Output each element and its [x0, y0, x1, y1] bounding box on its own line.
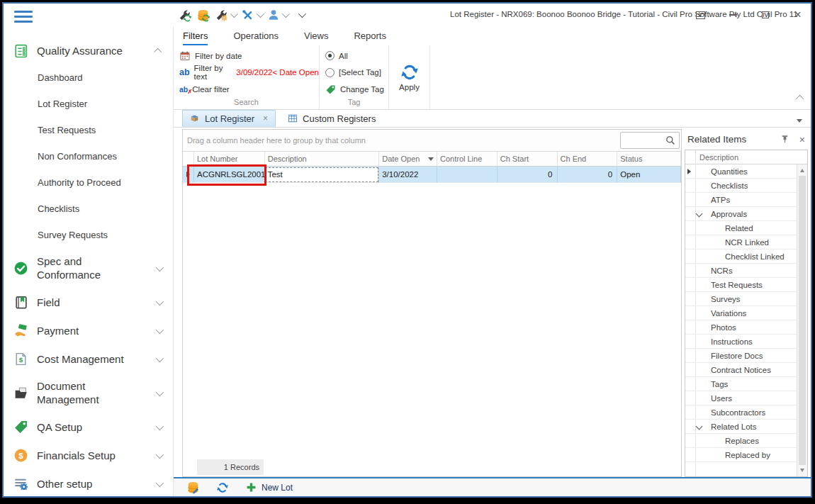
sidebar-item-dashboard[interactable]: Dashboard — [4, 65, 173, 91]
tree-item-test-requests[interactable]: Test Requests — [685, 278, 807, 292]
tree-item-variations[interactable]: Variations — [685, 306, 807, 320]
customize-toolbar-icon[interactable] — [298, 12, 304, 18]
tools-icon[interactable] — [241, 9, 262, 22]
dollar-circle-icon — [12, 447, 29, 463]
group-by-panel[interactable]: Drag a column header here to group by th… — [183, 130, 681, 152]
sidebar-section-document-management[interactable]: Document Management — [4, 373, 173, 413]
grid-search-input[interactable] — [620, 132, 680, 149]
sidebar-item-authority-to-proceed[interactable]: Authority to Proceed — [4, 169, 173, 196]
status-bar: New Lot — [174, 477, 811, 496]
tree-item-replaced-by[interactable]: Replaced by — [685, 448, 807, 462]
tree-item-tags[interactable]: Tags — [685, 377, 807, 391]
tree-item-filestore-docs[interactable]: Filestore Docs — [685, 349, 807, 363]
ribbon-tab-operations[interactable]: Operations — [233, 30, 279, 45]
panel-close-icon[interactable]: × — [799, 134, 805, 145]
tab-lot-register[interactable]: Lot Register × — [182, 110, 276, 127]
filter-by-text-button[interactable]: ab Filter by text 3/09/2022< Date Open — [174, 65, 319, 80]
ch-start-cell[interactable]: 0 — [498, 167, 558, 183]
column-header-ch-start[interactable]: Ch Start — [498, 152, 558, 167]
related-items-panel: Related Items × Description Quantities C… — [685, 129, 808, 477]
scroll-down-icon[interactable] — [800, 469, 804, 472]
ribbon-display-options-button[interactable] — [695, 9, 706, 21]
grid-empty-area — [183, 183, 681, 457]
status-cell[interactable]: Open — [617, 167, 681, 183]
sidebar-item-lot-register[interactable]: Lot Register — [4, 91, 173, 117]
tree-item-ncr-linked[interactable]: NCR Linked — [685, 235, 807, 250]
tree-scrollbar[interactable] — [797, 164, 807, 476]
tree-item-replaces[interactable]: Replaces — [685, 434, 807, 448]
grid-footer: 1 Records — [183, 457, 681, 476]
tag-icon — [325, 84, 336, 95]
scroll-up-icon[interactable] — [800, 169, 804, 172]
tree-column-header[interactable]: Description — [685, 150, 807, 164]
edit-data-button[interactable] — [186, 481, 200, 494]
new-lot-button[interactable]: New Lot — [245, 481, 293, 493]
tag-icon — [12, 419, 29, 435]
sidebar-section-financials-setup[interactable]: Financials Setup — [4, 441, 173, 469]
sidebar-item-non-conformances[interactable]: Non Conformances — [4, 143, 173, 169]
tab-close-icon[interactable]: × — [263, 113, 268, 123]
hamburger-menu-icon[interactable] — [14, 11, 33, 26]
sidebar-section-qa-setup[interactable]: QA Setup — [4, 413, 173, 441]
close-button[interactable]: × — [792, 9, 804, 21]
maximize-button[interactable] — [760, 9, 771, 21]
tree-item-contract-notices[interactable]: Contract Notices — [685, 363, 807, 377]
settings-gear-icon[interactable] — [215, 9, 236, 22]
tag-option-select-tag-radio[interactable]: [Select Tag] — [320, 65, 388, 80]
sidebar-section-spec-and-conformance[interactable]: Spec and Conformance — [4, 248, 173, 288]
sidebar-section-other-setup[interactable]: Other setup — [4, 469, 173, 496]
check-circle-icon — [12, 260, 29, 276]
date-open-cell[interactable]: 3/10/2022 — [379, 167, 437, 183]
sidebar-section-quality-assurance[interactable]: Quality Assurance — [4, 36, 173, 65]
column-header-date-open[interactable]: Date Open — [379, 152, 437, 167]
sidebar-item-checklists[interactable]: Checklists — [4, 196, 173, 222]
tree-item-subcontractors[interactable]: Subcontractors — [685, 405, 807, 420]
ribbon-tab-filters[interactable]: Filters — [183, 30, 208, 45]
tree-item-ncrs[interactable]: NCRs — [685, 264, 807, 278]
tree-item-surveys[interactable]: Surveys — [685, 292, 807, 306]
ribbon-tab-views[interactable]: Views — [304, 30, 328, 45]
sidebar-item-survey-requests[interactable]: Survey Requests — [4, 222, 173, 248]
lot-number-cell[interactable]: ACGNRLSGL2001 — [194, 167, 265, 183]
tree-item-related-lots[interactable]: Related Lots — [685, 420, 807, 434]
sidebar-section-payment[interactable]: Payment — [4, 316, 173, 345]
user-icon[interactable] — [267, 9, 288, 21]
column-header-status[interactable]: Status — [617, 152, 681, 167]
description-cell[interactable]: Test — [265, 167, 380, 183]
folder-icon — [12, 385, 29, 401]
column-header-ch-end[interactable]: Ch End — [558, 152, 618, 167]
tree-item-users[interactable]: Users — [685, 391, 807, 405]
ch-end-cell[interactable]: 0 — [558, 167, 618, 183]
tree-item-instructions[interactable]: Instructions — [685, 335, 807, 349]
sidebar-item-test-requests[interactable]: Test Requests — [4, 117, 173, 143]
tree-item-related[interactable]: Related — [685, 221, 807, 235]
tree-item-checklist-linked[interactable]: Checklist Linked — [685, 250, 807, 264]
tree-item-atps[interactable]: ATPs — [685, 193, 807, 207]
tag-option-all-radio[interactable]: All — [320, 48, 388, 64]
database-refresh-icon[interactable] — [196, 9, 210, 22]
sidebar-section-cost-management[interactable]: Cost Management — [4, 345, 173, 373]
column-header-description[interactable]: Description — [265, 152, 380, 167]
ribbon-collapse-button[interactable] — [798, 91, 804, 103]
tab-custom-registers[interactable]: Custom Registers — [281, 111, 383, 127]
table-row-selected[interactable]: ACGNRLSGL2001 Test 3/10/2022 0 0 Open — [183, 167, 681, 183]
control-line-cell[interactable] — [437, 167, 498, 183]
tree-item-approvals[interactable]: Approvals — [685, 207, 807, 221]
clear-filter-button[interactable]: ab Clear filter — [174, 82, 319, 97]
column-header-lot-number[interactable]: Lot Number — [194, 152, 265, 167]
pin-icon[interactable] — [780, 134, 790, 145]
ribbon-tab-reports[interactable]: Reports — [354, 30, 386, 45]
lot-refresh-icon[interactable] — [178, 9, 191, 22]
change-tag-button[interactable]: Change Tag — [320, 82, 388, 97]
filter-by-date-button[interactable]: Filter by date — [174, 48, 319, 64]
apply-button[interactable]: Apply — [389, 45, 430, 109]
tree-item-checklists[interactable]: Checklists — [685, 179, 807, 193]
tab-list-dropdown-icon[interactable] — [797, 119, 802, 123]
column-header-control-line[interactable]: Control Line — [437, 152, 498, 167]
refresh-button[interactable] — [217, 482, 228, 493]
sidebar-section-field[interactable]: Field — [4, 288, 173, 316]
scrollbar-thumb[interactable] — [799, 176, 806, 465]
tree-item-quantities[interactable]: Quantities — [685, 164, 807, 179]
minimize-button[interactable] — [727, 9, 738, 21]
tree-item-photos[interactable]: Photos — [685, 320, 807, 335]
